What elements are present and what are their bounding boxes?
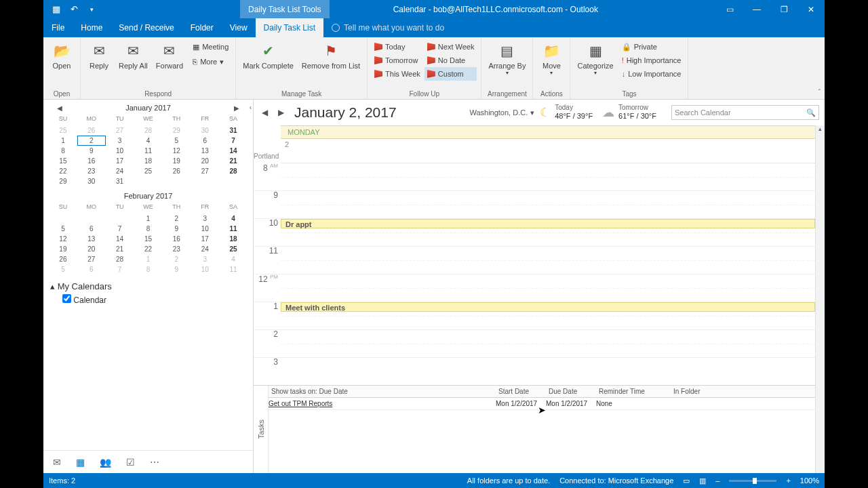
mini-cal-day[interactable]: 17 [106, 156, 134, 166]
mini-cal-day[interactable]: 7 [219, 136, 248, 146]
maximize-button[interactable]: ❐ [770, 0, 797, 18]
qat-customize-icon[interactable]: ▾ [85, 3, 98, 16]
mini-cal-day[interactable]: 2 [162, 254, 191, 264]
my-calendars-header[interactable]: ▴ My Calendars [50, 281, 246, 291]
mini-cal-day[interactable]: 31 [219, 125, 248, 136]
mini-cal-day[interactable]: 3 [106, 136, 134, 146]
mini-cal-day[interactable]: 28 [134, 125, 163, 136]
mini-cal-day[interactable]: 7 [106, 224, 134, 234]
view-reading-icon[interactable]: ▥ [699, 476, 706, 485]
qat-undo-icon[interactable]: ↶ [68, 3, 80, 16]
mini-cal-day[interactable]: 8 [134, 224, 163, 234]
next-day-button[interactable]: ▶ [275, 108, 286, 117]
mini-cal-day[interactable]: 8 [49, 146, 77, 156]
tab-daily-task-list[interactable]: Daily Task List [256, 18, 323, 37]
calendar-item[interactable]: Calendar [50, 291, 246, 305]
mini-cal-day[interactable]: 19 [162, 156, 191, 166]
tasks-header-row[interactable]: Show tasks on: Due Date Start Date Due D… [269, 386, 825, 398]
all-day-area[interactable]: 2 Portland [281, 139, 815, 163]
mini-cal-day[interactable] [106, 214, 134, 224]
mini-cal-day[interactable]: 1 [49, 136, 77, 146]
more-nav-icon[interactable]: ⋯ [150, 457, 159, 468]
mini-cal-day[interactable] [77, 214, 106, 224]
people-icon[interactable]: 👥 [100, 457, 111, 468]
next-month-icon[interactable]: ▶ [234, 104, 239, 112]
meeting-button[interactable]: ▦Meeting [190, 40, 231, 54]
reply-button[interactable]: ✉Reply [85, 40, 113, 71]
mini-cal-day[interactable]: 26 [162, 166, 191, 176]
appointment-dr-appt[interactable]: Dr appt [281, 219, 815, 228]
arrange-by-button[interactable]: ▤Arrange By▾ [486, 40, 528, 77]
mini-cal-day[interactable]: 25 [49, 125, 77, 136]
open-button[interactable]: 📂Open [47, 40, 76, 71]
tab-folder[interactable]: Folder [182, 18, 222, 37]
mini-cal-day[interactable]: 28 [106, 254, 134, 264]
mini-cal-day[interactable]: 29 [49, 176, 77, 186]
calendar-nav-icon[interactable]: ▦ [76, 457, 85, 468]
followup-today[interactable]: Today [372, 40, 423, 54]
mini-cal-day[interactable]: 20 [77, 244, 106, 254]
mini-cal-day[interactable]: 6 [77, 224, 106, 234]
tasks-filter-label[interactable]: Show tasks on: Due Date [269, 388, 496, 395]
col-start-date[interactable]: Start Date [496, 388, 546, 395]
mini-cal-day[interactable]: 9 [77, 146, 106, 156]
more-button[interactable]: ⎘More ▾ [190, 55, 231, 68]
task-row[interactable]: Get out TPM Reports Mon 1/2/2017 Mon 1/2… [269, 398, 825, 410]
col-in-folder[interactable]: In Folder [671, 388, 812, 395]
mini-cal-day[interactable]: 14 [219, 146, 248, 156]
zoom-slider[interactable] [729, 480, 776, 482]
weather-location[interactable]: Washington, D.C. ▾ [469, 108, 534, 117]
mail-icon[interactable]: ✉ [53, 457, 61, 468]
mini-cal-day[interactable]: 31 [106, 176, 134, 186]
mini-cal-day[interactable]: 27 [77, 254, 106, 264]
qat-outlook-icon[interactable]: ▦ [50, 3, 62, 16]
mini-cal-day[interactable]: 10 [191, 224, 219, 234]
prev-month-icon[interactable]: ◀ [57, 104, 62, 112]
mini-cal-day[interactable]: 26 [49, 254, 77, 264]
mini-cal-day[interactable]: 29 [162, 125, 191, 136]
zoom-level[interactable]: 100% [800, 476, 819, 485]
mini-cal-day[interactable]: 24 [106, 166, 134, 176]
mini-cal-day[interactable]: 25 [134, 166, 163, 176]
followup-this-week[interactable]: This Week [372, 67, 423, 81]
followup-no-date[interactable]: No Date [425, 54, 477, 67]
mini-cal-day[interactable]: 4 [219, 214, 248, 224]
mini-cal-day[interactable]: 5 [49, 264, 77, 274]
mini-cal-day[interactable]: 6 [77, 264, 106, 274]
mini-cal-day[interactable]: 18 [219, 234, 248, 244]
mini-cal-day[interactable]: 23 [162, 244, 191, 254]
mini-cal-day[interactable]: 16 [77, 156, 106, 166]
scroll-up-icon[interactable]: ▴ [816, 125, 825, 135]
tab-send-receive[interactable]: Send / Receive [111, 18, 182, 37]
mini-calendar-feb[interactable]: February 2017 SUMOTUWETHFRSA 12345678910… [43, 188, 253, 276]
mini-cal-day[interactable]: 5 [162, 136, 191, 146]
time-grid[interactable]: 8 AM 9 10 Dr appt 11 12 PM 1 Meet with c… [254, 163, 815, 385]
mini-calendar-jan[interactable]: ◀ January 2017 ▶ SUMOTUWETHFRSA 25262728… [43, 100, 253, 188]
mini-cal-day[interactable]: 11 [219, 264, 248, 274]
mini-cal-day[interactable]: 10 [106, 146, 134, 156]
forward-button[interactable]: ✉Forward [153, 40, 186, 71]
low-importance-button[interactable]: ↓Low Importance [619, 67, 684, 81]
mini-cal-day[interactable]: 25 [219, 244, 248, 254]
appointment-meet-clients[interactable]: Meet with clients [281, 302, 815, 312]
mini-cal-day[interactable]: 12 [162, 146, 191, 156]
mini-cal-day[interactable]: 9 [162, 224, 191, 234]
mini-cal-day[interactable]: 6 [191, 136, 219, 146]
mini-cal-day[interactable]: 15 [134, 234, 163, 244]
mini-cal-day[interactable]: 19 [49, 244, 77, 254]
mini-cal-day[interactable]: 22 [49, 166, 77, 176]
mini-cal-day[interactable]: 26 [77, 125, 106, 136]
categorize-button[interactable]: ▦Categorize▾ [574, 40, 616, 77]
mini-cal-day[interactable]: 9 [162, 264, 191, 274]
mini-cal-day[interactable]: 22 [134, 244, 163, 254]
mini-cal-day[interactable]: 13 [191, 146, 219, 156]
mark-complete-button[interactable]: ✔Mark Complete [240, 40, 296, 71]
search-icon[interactable]: 🔍 [806, 108, 816, 117]
mini-cal-day[interactable]: 23 [77, 166, 106, 176]
mini-cal-day[interactable]: 5 [49, 224, 77, 234]
private-button[interactable]: 🔒Private [619, 40, 684, 54]
mini-cal-day[interactable]: 20 [191, 156, 219, 166]
remove-from-list-button[interactable]: ⚑Remove from List [299, 40, 363, 71]
mini-cal-day[interactable]: 3 [191, 214, 219, 224]
ribbon-collapse-icon[interactable]: ˆ [818, 89, 821, 96]
